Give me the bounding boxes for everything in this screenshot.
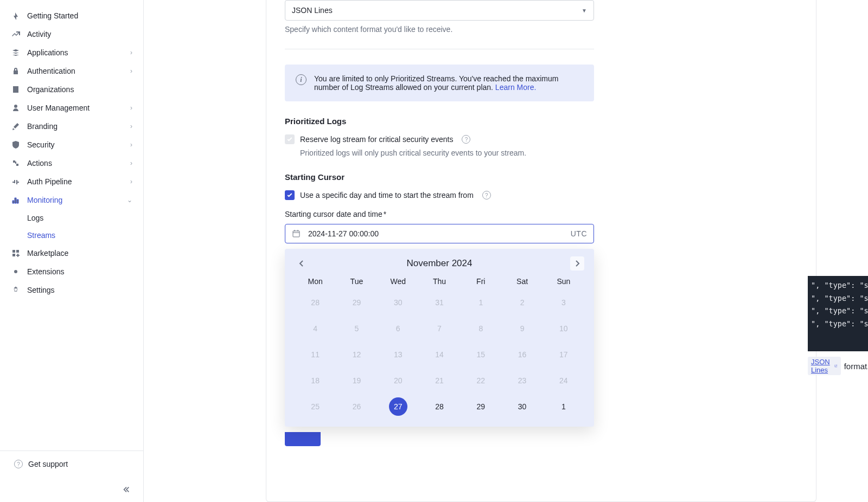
sidebar-item-organizations[interactable]: Organizations [0, 80, 143, 99]
calendar-day[interactable]: 28 [306, 293, 324, 312]
calendar-day[interactable]: 7 [430, 319, 449, 338]
date-picker-popup: November 2024 MonTueWedThuFriSatSun28293… [285, 249, 594, 427]
bolt-icon-wrap [11, 11, 21, 21]
save-button[interactable] [285, 432, 321, 446]
calendar-day[interactable]: 17 [554, 345, 573, 364]
date-value: 2024-11-27 00:00:00 [308, 229, 563, 238]
starting-cursor-heading: Starting Cursor [285, 172, 594, 182]
calendar-day[interactable]: 1 [471, 293, 490, 312]
sidebar-item-actions[interactable]: Actions› [0, 154, 143, 172]
calendar-day[interactable]: 31 [430, 293, 449, 312]
calendar-day[interactable]: 25 [306, 397, 324, 416]
pipeline-icon-wrap [11, 177, 21, 186]
starting-cursor-date-input[interactable]: 2024-11-27 00:00:00 UTC [285, 224, 594, 243]
flow-icon [11, 159, 20, 168]
calendar-day[interactable]: 12 [347, 345, 366, 364]
calendar-day[interactable]: 30 [513, 397, 532, 416]
prioritized-logs-heading: Prioritized Logs [285, 117, 594, 126]
sidebar-subitem-streams[interactable]: Streams [0, 227, 143, 244]
chevron-right-icon: › [130, 104, 132, 112]
calendar-day[interactable]: 4 [306, 319, 324, 338]
sidebar-item-settings[interactable]: Settings [0, 281, 143, 299]
learn-more-link[interactable]: Learn More. [495, 83, 536, 92]
trend-icon-wrap [11, 29, 21, 39]
reserve-stream-label: Reserve log stream for critical security… [300, 135, 453, 144]
building-icon [11, 85, 20, 94]
calendar-day[interactable]: 23 [513, 371, 532, 390]
calendar-day[interactable]: 29 [347, 293, 366, 312]
chevron-down-icon: ⌄ [127, 196, 132, 204]
sidebar-item-marketplace[interactable]: Marketplace [0, 244, 143, 262]
sidebar-item-label: Branding [27, 122, 130, 131]
calendar-day[interactable]: 22 [471, 371, 490, 390]
sidebar-item-applications[interactable]: Applications› [0, 43, 143, 62]
info-icon: i [296, 74, 307, 85]
bars-icon [11, 196, 20, 204]
calendar-icon [292, 229, 301, 238]
chevron-right-icon: › [130, 123, 132, 130]
sidebar-item-label: Monitoring [27, 196, 127, 204]
help-icon[interactable]: ? [462, 135, 470, 144]
calendar-day[interactable]: 18 [306, 371, 324, 390]
calendar-day[interactable]: 26 [347, 397, 366, 416]
calendar-prev-button[interactable] [295, 256, 309, 271]
sidebar-item-monitoring[interactable]: Monitoring⌄ [0, 191, 143, 209]
calendar-day[interactable]: 19 [347, 371, 366, 390]
sidebar-item-branding[interactable]: Branding› [0, 117, 143, 136]
calendar-day[interactable]: 2 [513, 293, 532, 312]
calendar-month-label: November 2024 [407, 258, 473, 269]
calendar-day[interactable]: 14 [430, 345, 449, 364]
shield-icon [11, 140, 20, 149]
sidebar-item-activity[interactable]: Activity [0, 25, 143, 43]
collapse-sidebar-button[interactable] [120, 484, 132, 495]
reserve-stream-checkbox[interactable] [285, 134, 295, 144]
sidebar-item-label: Actions [27, 159, 130, 168]
sidebar-item-label: Authentication [27, 67, 130, 75]
calendar-day[interactable]: 5 [347, 319, 366, 338]
content-format-value: JSON Lines [292, 6, 333, 15]
banner-text: You are limited to only Prioritized Stre… [314, 74, 583, 92]
json-lines-link[interactable]: JSON Lines [808, 357, 841, 375]
flow-icon-wrap [11, 158, 21, 168]
calendar-day[interactable]: 3 [554, 293, 573, 312]
check-icon [286, 136, 293, 143]
sidebar-item-auth-pipeline[interactable]: Auth Pipeline› [0, 172, 143, 191]
calendar-day[interactable]: 11 [306, 345, 324, 364]
calendar-day[interactable]: 1 [554, 397, 573, 416]
get-support-link[interactable]: ? Get support [0, 450, 143, 477]
calendar-day[interactable]: 15 [471, 345, 490, 364]
calendar-day[interactable]: 8 [471, 319, 490, 338]
plus-grid-icon-wrap [11, 248, 21, 258]
sidebar-item-authentication[interactable]: Authentication› [0, 62, 143, 80]
brush-icon [11, 122, 20, 131]
lock-icon-wrap [11, 66, 21, 76]
calendar-day[interactable]: 6 [389, 319, 407, 338]
content-format-select[interactable]: JSON Lines ▼ [285, 0, 594, 21]
sidebar-item-user-management[interactable]: User Management› [0, 99, 143, 117]
calendar-day[interactable]: 27 [389, 397, 407, 416]
calendar-next-button[interactable] [570, 256, 584, 271]
sidebar-subitem-logs[interactable]: Logs [0, 209, 143, 227]
help-icon[interactable]: ? [482, 191, 491, 199]
calendar-day[interactable]: 30 [389, 293, 407, 312]
calendar-day[interactable]: 20 [389, 371, 407, 390]
payload-footer: JSON Lines format. [808, 357, 868, 375]
calendar-day[interactable]: 29 [471, 397, 490, 416]
sidebar-item-extensions[interactable]: Extensions [0, 262, 143, 281]
reserve-stream-help: Prioritized logs will only push critical… [300, 149, 594, 157]
payload-preview-code: ", "type": "sapi", "description": "Creat… [808, 276, 868, 351]
calendar-day[interactable]: 13 [389, 345, 407, 364]
trend-icon [11, 30, 20, 38]
calendar-day[interactable]: 21 [430, 371, 449, 390]
sidebar-item-getting-started[interactable]: Getting Started [0, 7, 143, 25]
sidebar-item-security[interactable]: Security› [0, 136, 143, 154]
calendar-day[interactable]: 28 [430, 397, 449, 416]
calendar-dow: Mon [295, 277, 336, 286]
calendar-day[interactable]: 24 [554, 371, 573, 390]
plus-grid-icon [11, 249, 20, 258]
use-specific-date-checkbox[interactable] [285, 190, 295, 200]
calendar-day[interactable]: 16 [513, 345, 532, 364]
shield-icon-wrap [11, 140, 21, 150]
calendar-day[interactable]: 9 [513, 319, 532, 338]
calendar-day[interactable]: 10 [554, 319, 573, 338]
